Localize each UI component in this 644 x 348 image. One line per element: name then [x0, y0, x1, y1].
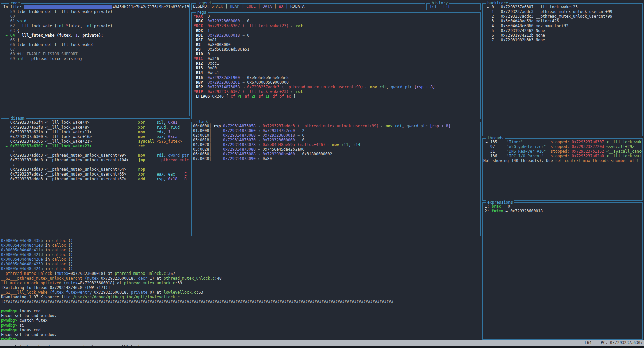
text-segment — [604, 154, 606, 158]
text-segment: 0xcc1 — [208, 61, 219, 66]
text-segment: 7 — [485, 38, 501, 42]
text-segment: RDX — [194, 28, 208, 33]
terminal-line: 66 libc_hidden_def (__lll_lock_wake) — [3, 42, 189, 47]
terminal-line: Focus set to cmd window. — [1, 332, 482, 337]
text-segment: ← — [363, 85, 370, 89]
text-segment: [#######################################… — [1, 299, 393, 304]
text-segment: 0x729314873078 — [223, 142, 256, 147]
terminal-line: 60 — [3, 14, 189, 19]
text-segment: 0x346 — [208, 56, 219, 61]
text-segment: R15 — [194, 75, 208, 80]
code-panel-content: In file: 4845db211e7b42c7176f9be21b8301e… — [1, 4, 189, 116]
text-segment: calloc — [52, 262, 66, 266]
text-segment: qword ptr — [407, 123, 430, 128]
terminal-line: Downloading 1.97 K source file /usr/src/… — [1, 295, 482, 299]
text-segment: () — [66, 243, 73, 248]
text-segment: r10d — [171, 125, 180, 130]
text-segment: 0xe5e5e5e5e5e5e5e5 — [247, 75, 289, 80]
text-segment: nop — [138, 167, 157, 172]
terminal-line: 2 0x7293237addc3 __pthread_mutex_unlock_… — [485, 14, 642, 19]
text-segment: 0x7293237a6300 <__lll_lock_wake+16> — [3, 134, 138, 139]
text-segment: 0x729314873058 — [208, 85, 240, 89]
text-segment: set context-max-threads <number of t — [555, 158, 639, 163]
text-segment: 0x00005e04d48c435b — [1, 238, 43, 243]
text-segment: Not showing 140 thread(s). Use — [483, 158, 555, 163]
terminal-line: ↓ — [3, 162, 190, 167]
text-segment: [rsp + 8] — [414, 85, 435, 89]
text-segment: mov — [332, 142, 339, 147]
text-segment: libc_hidden_def (__lll_lock_wake) — [17, 42, 94, 47]
text-segment — [1, 304, 3, 309]
text-segment: 0x7293237a62f4 <__lll_lock_wake+4> — [3, 120, 138, 125]
text-segment: 0x729314873058 — [223, 123, 256, 128]
terminal-line: 0x7293237adda0 <__pthread_mutex_unlock_u… — [3, 167, 190, 172]
text-segment: 0x729323600018 — [208, 33, 240, 38]
text-segment: │ — [209, 142, 223, 147]
text-segment: xor — [138, 120, 157, 125]
text-segment: { — [17, 28, 20, 33]
registers-panel: regs *RAX0 RBX0x729323600000 ← 0*RCX0x72… — [191, 12, 481, 119]
text-segment: ► 135 — [483, 140, 506, 144]
text-segment: 2 — [485, 14, 501, 19]
terminal-line: RBP0x729323600201 ← 0x6700000569000000 — [194, 80, 480, 85]
text-segment: <__syscall_cance — [606, 149, 642, 154]
text-segment: EFLAGS — [194, 94, 212, 99]
text-segment: [rsp + 8] — [430, 123, 450, 128]
text-segment: 0xcc1 — [208, 70, 219, 75]
text-segment: → — [256, 152, 263, 156]
terminal-line — [1, 304, 482, 309]
terminal-line: __pthread_mutex_unlock (mutex=0x72932360… — [1, 271, 482, 276]
text-segment: calloc — [52, 238, 66, 243]
terminal-line: 61 void — [3, 19, 189, 23]
text-segment: | — [256, 4, 263, 9]
text-segment: 0x7293237a6307 (__lll_lock_wake+23) — [208, 89, 289, 94]
text-segment: 0x6700000569000000 — [247, 80, 289, 85]
text-segment: ( — [82, 276, 87, 281]
text-segment: R8 — [194, 42, 208, 47]
text-segment: │ — [209, 123, 214, 128]
text-segment: ← — [240, 33, 247, 38]
terminal-line: ↓ — [3, 148, 190, 153]
text-segment: ← — [325, 142, 332, 147]
terminal-line: 0x00005e04d48c4239 in calloc () — [1, 262, 482, 266]
text-segment: 0 — [208, 14, 210, 19]
terminal-line: 0x00005e04d48c42fd in calloc () — [1, 252, 482, 257]
text-segment: │ — [209, 133, 223, 138]
text-segment: ► 64 — [3, 33, 15, 38]
text-segment: 2: — [485, 209, 492, 213]
text-segment: ac — [286, 94, 291, 99]
text-segment: 0x7292990be400 — [263, 152, 295, 156]
text-segment: r10d — [157, 125, 166, 130]
text-segment: R9 — [194, 47, 208, 52]
terminal-line: RDX1 — [194, 28, 480, 33]
text-segment: 0x7293237adda1 <__pthread_mutex_unlock_u… — [3, 172, 138, 177]
text-segment: rdi — [395, 123, 402, 128]
text-segment: futex, — [68, 23, 85, 28]
text-segment: stopped: — [551, 149, 572, 154]
text-segment: "WrGlyph~terizer" — [506, 144, 551, 149]
terminal-line: 4 0x5e04d48c6860 moz_xmalloc+32 — [485, 23, 642, 28]
text-segment: 0x7293237a6307 — [572, 140, 604, 144]
text-segment: 61 — [3, 19, 17, 23]
text-segment — [177, 177, 184, 181]
stack-panel-title: stack — [195, 119, 209, 124]
disasm-panel-title: disasm — [9, 116, 26, 121]
text-segment: calloc — [52, 248, 66, 252]
text-segment: ← — [256, 156, 263, 161]
terminal-line: 06:0030│ 0x729314873088 → 0x7292990be400… — [193, 152, 480, 156]
terminal-line: In file: 4845db211e7b42c7176f9be21b8301e… — [3, 5, 189, 9]
text-segment: focus cmd — [19, 328, 40, 332]
text-segment: ← — [240, 19, 247, 23]
expressions-panel-content: 1: $rax = 02: futex = 0x729323600018 — [483, 203, 642, 339]
terminal-line: R150x729282d8f900 ← 0xe5e5e5e5e5e5e5e5 — [194, 75, 480, 80]
disasm-panel: disasm 0x7293237a62f4 <__lll_lock_wake+4… — [1, 118, 190, 236]
command-output-area[interactable]: 0x00005e04d48c435b in calloc ()0x00005e0… — [0, 236, 482, 340]
terminal-line: Not showing 140 thread(s). Use set conte… — [483, 158, 642, 163]
text-segment: focus cmd — [19, 309, 40, 313]
text-segment: 01:0008 — [193, 128, 209, 133]
terminal-line: pwndbg> focus cmd — [1, 328, 482, 332]
text-segment — [15, 33, 22, 38]
text-segment: rdi — [379, 85, 386, 89]
text-segment: calloc — [52, 266, 66, 271]
text-segment: 1: — [485, 204, 492, 209]
